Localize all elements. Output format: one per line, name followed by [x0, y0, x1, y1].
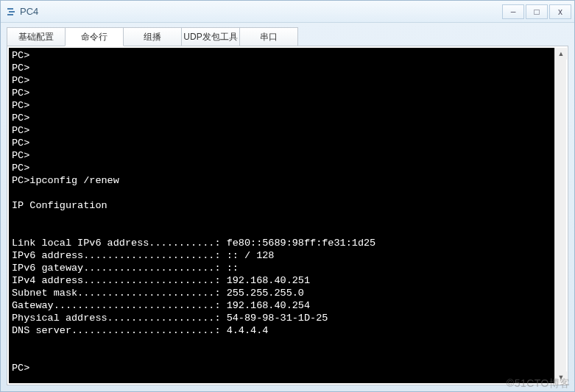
tab-cli[interactable]: 命令行: [65, 27, 124, 46]
close-button[interactable]: x: [549, 4, 571, 19]
tab-basic-config[interactable]: 基础配置: [7, 27, 66, 46]
terminal-output[interactable]: PC> PC> PC> PC> PC> PC> PC> PC> PC> PC> …: [9, 48, 554, 383]
tab-multicast[interactable]: 组播: [123, 27, 182, 46]
vertical-scrollbar[interactable]: ▲ ▼: [554, 48, 566, 383]
scroll-up-arrow-icon[interactable]: ▲: [555, 48, 567, 60]
content-area: 基础配置 命令行 组播 UDP发包工具 串口 PC> PC> PC> PC> P…: [1, 23, 574, 391]
app-window: PC4 – □ x 基础配置 命令行 组播 UDP发包工具 串口 PC> PC>…: [0, 0, 575, 392]
terminal-frame: PC> PC> PC> PC> PC> PC> PC> PC> PC> PC> …: [7, 46, 568, 385]
maximize-button[interactable]: □: [526, 4, 548, 19]
tab-serial[interactable]: 串口: [239, 27, 298, 46]
titlebar: PC4 – □ x: [1, 1, 574, 23]
minimize-button[interactable]: –: [502, 4, 524, 19]
scroll-down-arrow-icon[interactable]: ▼: [555, 371, 567, 383]
app-icon: [5, 6, 17, 18]
tab-udp-tool[interactable]: UDP发包工具: [181, 27, 240, 46]
tab-bar: 基础配置 命令行 组播 UDP发包工具 串口: [7, 27, 568, 46]
window-title: PC4: [20, 6, 501, 17]
